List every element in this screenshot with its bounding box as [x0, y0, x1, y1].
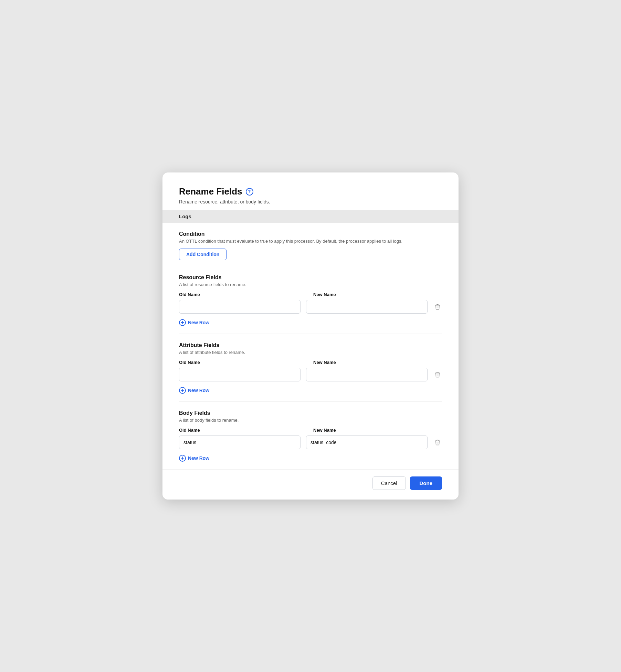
plus-circle-icon: + [179, 319, 186, 326]
attribute-new-name-input[interactable] [306, 368, 428, 381]
resource-row-delete-button[interactable] [433, 302, 442, 311]
body-new-name-input[interactable] [306, 435, 428, 449]
rename-fields-dialog: Rename Fields ? Rename resource, attribu… [162, 172, 459, 500]
attribute-fields-table: Old Name New Name [179, 360, 442, 381]
body-fields-title: Body Fields [179, 410, 442, 416]
table-row [179, 368, 442, 381]
title-row: Rename Fields ? [179, 186, 442, 197]
body-old-name-input[interactable] [179, 435, 301, 449]
trash-icon [434, 371, 441, 378]
dialog-subtitle: Rename resource, attribute, or body fiel… [179, 199, 442, 204]
resource-new-row-button[interactable]: + New Row [179, 317, 209, 328]
body-row-delete-button[interactable] [433, 438, 442, 447]
condition-title: Condition [179, 231, 442, 237]
attribute-old-name-input[interactable] [179, 368, 301, 381]
resource-fields-description: A list of resource fields to rename. [179, 282, 442, 287]
attribute-new-row-button[interactable]: + New Row [179, 385, 209, 396]
trash-icon [434, 304, 441, 310]
dialog-title: Rename Fields [179, 186, 242, 197]
trash-icon [434, 439, 441, 445]
condition-description: An OTTL condition that must evaluate to … [179, 239, 442, 244]
resource-fields-header: Old Name New Name [179, 292, 442, 297]
table-row [179, 435, 442, 449]
add-condition-button[interactable]: Add Condition [179, 249, 227, 260]
resource-fields-section: Resource Fields A list of resource field… [179, 266, 442, 334]
resource-old-name-input[interactable] [179, 300, 301, 314]
plus-circle-icon: + [179, 387, 186, 394]
body-new-name-label: New Name [313, 428, 442, 433]
attribute-fields-description: A list of attribute fields to rename. [179, 350, 442, 355]
plus-circle-icon: + [179, 455, 186, 462]
resource-fields-table: Old Name New Name [179, 292, 442, 314]
attribute-row-delete-button[interactable] [433, 370, 442, 379]
logs-tab[interactable]: Logs [162, 210, 459, 223]
body-fields-table: Old Name New Name [179, 428, 442, 449]
body-old-name-label: Old Name [179, 428, 308, 433]
done-button[interactable]: Done [410, 476, 442, 490]
resource-old-name-label: Old Name [179, 292, 308, 297]
help-icon[interactable]: ? [246, 188, 253, 196]
body-new-row-button[interactable]: + New Row [179, 453, 209, 464]
resource-new-name-label: New Name [313, 292, 442, 297]
table-row [179, 300, 442, 314]
dialog-body: Condition An OTTL condition that must ev… [162, 223, 459, 469]
cancel-button[interactable]: Cancel [372, 476, 406, 490]
attribute-fields-section: Attribute Fields A list of attribute fie… [179, 334, 442, 402]
condition-section: Condition An OTTL condition that must ev… [179, 223, 442, 266]
dialog-header: Rename Fields ? Rename resource, attribu… [162, 186, 459, 210]
body-fields-header: Old Name New Name [179, 428, 442, 433]
resource-fields-title: Resource Fields [179, 274, 442, 281]
resource-new-name-input[interactable] [306, 300, 428, 314]
body-fields-section: Body Fields A list of body fields to ren… [179, 402, 442, 469]
dialog-footer: Cancel Done [162, 469, 459, 500]
attribute-fields-title: Attribute Fields [179, 342, 442, 348]
body-fields-description: A list of body fields to rename. [179, 418, 442, 423]
attribute-new-name-label: New Name [313, 360, 442, 365]
attribute-fields-header: Old Name New Name [179, 360, 442, 365]
attribute-old-name-label: Old Name [179, 360, 308, 365]
